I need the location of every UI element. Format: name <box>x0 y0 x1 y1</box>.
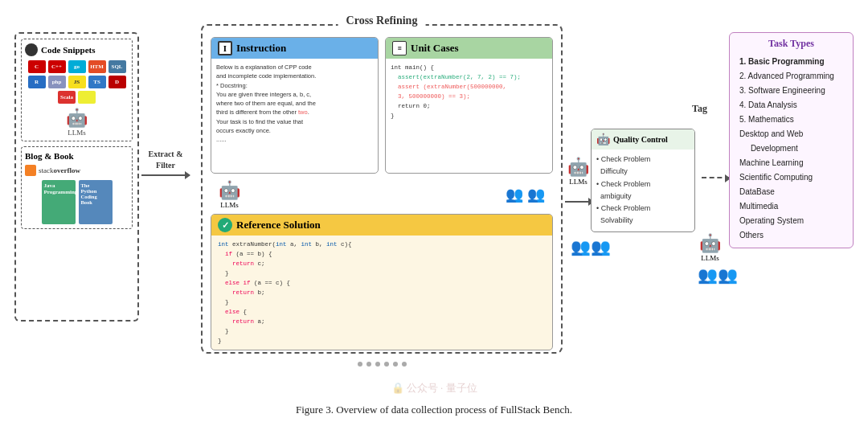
dot-5 <box>393 362 398 367</box>
dot-1 <box>358 362 362 367</box>
stackoverflow-area: stackoverflow <box>25 165 129 176</box>
llms-snippet-area: 🤖 LLMs <box>25 108 129 137</box>
qc-item-2: • Check Problem ambiguity <box>596 178 690 203</box>
instruction-body: Below is a explanation of CPP code and i… <box>211 59 378 148</box>
watermark: 🔒 公众号 · 量子位 <box>391 381 477 395</box>
task-types-title: Task Types <box>738 38 845 50</box>
unit-cases-header: ≡ Unit Cases <box>386 38 552 59</box>
html-logo: HTM <box>88 60 106 73</box>
dot-2 <box>366 362 371 367</box>
ref-solution-title: Reference Solution <box>236 219 321 231</box>
arrow-to-tasktypes <box>702 177 730 178</box>
ts-logo: TS <box>88 76 106 88</box>
arrow-qc-line <box>565 201 593 203</box>
task-type-9: DataBase <box>739 185 845 199</box>
people-qc: 👥👥 <box>571 237 611 256</box>
blog-book-section: Blog & Book stackoverflow JavaProgrammin… <box>21 146 133 229</box>
go-logo: go <box>68 60 86 73</box>
code-snippets-title: Code Snippets <box>41 45 96 55</box>
arrow-to-qc <box>565 201 593 203</box>
instruction-header: I Instruction <box>211 38 378 59</box>
instruction-icon: I <box>218 41 232 55</box>
quality-control-box: 🤖 Quality Control • Check Problem Diffic… <box>591 129 695 232</box>
unit-cases-box: ≡ Unit Cases int main() { assert(extraNu… <box>385 37 553 174</box>
llms-label-3: LLMs <box>569 178 588 186</box>
people-tag: 👥👥 <box>698 265 738 285</box>
c-logo: C <box>28 60 46 73</box>
figure-caption: Figure 3. Overview of data collection pr… <box>0 403 868 416</box>
caption-text: Figure 3. Overview of data collection pr… <box>296 403 572 416</box>
dot-6 <box>402 362 407 367</box>
llm-right-cr: 🤖 LLMs <box>567 157 589 186</box>
task-type-11: Operating System <box>739 214 845 228</box>
arrow-head <box>185 171 194 179</box>
blog-book-header: Blog & Book <box>25 151 129 161</box>
arrow-line <box>141 174 190 176</box>
task-type-6: Desktop and Web Development <box>739 127 845 156</box>
task-type-5: 5. Mathematics <box>739 113 845 127</box>
dot-3 <box>375 362 380 367</box>
llms-label-tt: LLMs <box>701 254 719 262</box>
instruction-title: Instruction <box>236 42 286 55</box>
llm-qc-tt: 🤖 LLMs <box>699 233 721 262</box>
left-sources-box: Code Snippets C C++ go HTM SQL R php JS … <box>14 32 139 322</box>
qc-header: 🤖 Quality Control <box>592 129 694 150</box>
task-type-10: Multimedia <box>739 199 845 214</box>
cr-llms-row: 🤖 LLMs 👥 👥 <box>203 180 561 214</box>
task-type-8: Scientific Computing <box>739 170 845 185</box>
checkmark-icon: ✓ <box>218 218 232 232</box>
unit-cases-body: int main() { assert(extraNumber(2, 7, 2)… <box>386 59 552 125</box>
top-row: I Instruction Below is a explanation of … <box>203 26 561 180</box>
dashed-line-tt <box>702 177 730 178</box>
llms-label-1: LLMs <box>68 129 86 137</box>
qc-item-1: • Check Problem Difficulty <box>596 154 690 178</box>
instruction-box: I Instruction Below is a explanation of … <box>211 37 379 174</box>
java-book: JavaProgramming <box>42 180 76 224</box>
r-logo: R <box>28 76 46 88</box>
unit-cases-icon: ≡ <box>392 41 407 55</box>
other-logo <box>78 91 96 104</box>
js-logo: JS <box>68 76 86 88</box>
task-type-1: 1. Basic Programming <box>739 55 845 69</box>
task-type-7: Machine Learning <box>739 156 845 170</box>
cross-refining-title: Cross Refining <box>338 14 426 27</box>
ref-solution-header: ✓ Reference Solution <box>211 215 552 236</box>
extract-filter-area: Extract & Filter <box>141 149 190 176</box>
llms-label-2: LLMs <box>220 201 239 209</box>
crowd-people: 👥 👥 <box>506 186 545 203</box>
task-type-2: 2. Advanced Programming <box>739 69 845 84</box>
task-types-list: 1. Basic Programming 2. Advanced Program… <box>738 55 845 243</box>
task-type-12: Others <box>739 228 845 243</box>
cpp-logo: C++ <box>48 60 66 73</box>
extract-arrow <box>141 174 190 176</box>
sql-logo: SQL <box>108 60 126 73</box>
dot-4 <box>384 362 389 367</box>
qc-title: Quality Control <box>613 135 668 144</box>
extract-filter-label: Extract & Filter <box>148 149 182 171</box>
logo-grid: C C++ go HTM SQL R php JS TS D Scala <box>25 60 129 104</box>
d-logo: D <box>108 76 126 88</box>
task-type-3: 3. Software Engineering <box>739 84 845 98</box>
llm-left: 🤖 LLMs <box>219 180 240 209</box>
so-icon <box>25 165 36 176</box>
dots-row <box>203 358 561 370</box>
php-logo: php <box>48 76 66 88</box>
ref-solution-body: int extraNumber(int a, int b, int c){ if… <box>211 236 552 350</box>
qc-body: • Check Problem Difficulty • Check Probl… <box>592 150 694 231</box>
blog-book-title: Blog & Book <box>25 151 74 161</box>
python-book: ThePythonCodingBook <box>79 180 113 224</box>
book-grid: JavaProgramming ThePythonCodingBook <box>25 180 129 224</box>
unit-cases-title: Unit Cases <box>411 42 459 55</box>
github-icon <box>25 43 38 56</box>
code-snippets-section: Code Snippets C C++ go HTM SQL R php JS … <box>21 39 133 141</box>
cross-refining-box: Cross Refining I Instruction Below is a … <box>201 24 563 354</box>
main-container: Code Snippets C C++ go HTM SQL R php JS … <box>0 0 868 426</box>
code-snippets-header: Code Snippets <box>25 43 129 56</box>
llm-figure-left: 🤖 LLMs <box>66 108 88 137</box>
reference-solution-box: ✓ Reference Solution int extraNumber(int… <box>211 214 553 350</box>
tag-label: Tag <box>692 103 707 115</box>
scala-logo: Scala <box>58 91 76 104</box>
task-type-4: 4. Data Analysis <box>739 98 845 113</box>
task-types-box: Task Types 1. Basic Programming 2. Advan… <box>729 32 854 248</box>
stackoverflow-text: stackoverflow <box>39 166 80 174</box>
